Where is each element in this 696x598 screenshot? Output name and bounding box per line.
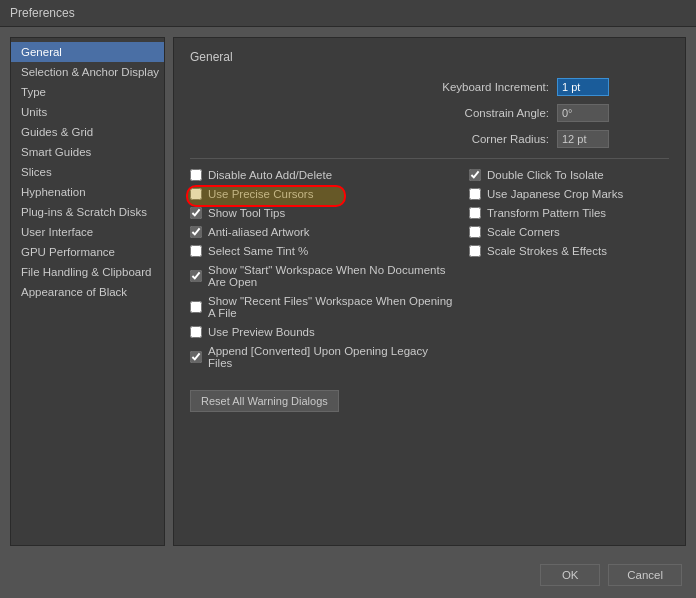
dialog: GeneralSelection & Anchor DisplayTypeUni… <box>0 27 696 596</box>
checkbox-label-anti-aliased: Anti-aliased Artwork <box>208 226 310 238</box>
sidebar-item-plugins[interactable]: Plug-ins & Scratch Disks <box>11 202 164 222</box>
checkboxes-left: Disable Auto Add/DeleteUse Precise Curso… <box>190 169 453 376</box>
section-title: General <box>190 50 669 64</box>
sidebar-item-hyphenation[interactable]: Hyphenation <box>11 182 164 202</box>
title-text: Preferences <box>10 6 75 20</box>
sidebar-item-slices[interactable]: Slices <box>11 162 164 182</box>
checkbox-row-scale-strokes: Scale Strokes & Effects <box>469 245 669 257</box>
sidebar-item-units[interactable]: Units <box>11 102 164 122</box>
checkbox-label-double-click: Double Click To Isolate <box>487 169 604 181</box>
dialog-footer: OK Cancel <box>0 556 696 596</box>
sidebar-item-type[interactable]: Type <box>11 82 164 102</box>
checkbox-label-scale-corners: Scale Corners <box>487 226 560 238</box>
cancel-button[interactable]: Cancel <box>608 564 682 586</box>
checkbox-double-click[interactable] <box>469 169 481 181</box>
corner-radius-label: Corner Radius: <box>472 133 549 145</box>
checkbox-row-anti-aliased: Anti-aliased Artwork <box>190 226 453 238</box>
checkbox-recent-files[interactable] <box>190 301 202 313</box>
checkbox-row-select-tint: Select Same Tint % <box>190 245 453 257</box>
sidebar-item-file-handling[interactable]: File Handling & Clipboard <box>11 262 164 282</box>
checkbox-row-double-click: Double Click To Isolate <box>469 169 669 181</box>
checkbox-row-preview-bounds: Use Preview Bounds <box>190 326 453 338</box>
checkbox-row-recent-files: Show "Recent Files" Workspace When Openi… <box>190 295 453 319</box>
constrain-angle-input[interactable] <box>557 104 609 122</box>
sidebar-item-general[interactable]: General <box>11 42 164 62</box>
checkbox-transform-pattern[interactable] <box>469 207 481 219</box>
checkbox-label-recent-files: Show "Recent Files" Workspace When Openi… <box>208 295 453 319</box>
main-content: General Keyboard Increment: Constrain An… <box>173 37 686 546</box>
checkbox-label-select-tint: Select Same Tint % <box>208 245 308 257</box>
checkbox-scale-strokes[interactable] <box>469 245 481 257</box>
checkbox-label-preview-bounds: Use Preview Bounds <box>208 326 315 338</box>
checkbox-append-converted[interactable] <box>190 351 202 363</box>
checkbox-label-show-tooltips: Show Tool Tips <box>208 207 285 219</box>
checkbox-label-start-workspace: Show "Start" Workspace When No Documents… <box>208 264 453 288</box>
sidebar-item-smart-guides[interactable]: Smart Guides <box>11 142 164 162</box>
checkbox-label-disable-auto: Disable Auto Add/Delete <box>208 169 332 181</box>
checkbox-row-show-tooltips: Show Tool Tips <box>190 207 453 219</box>
checkbox-scale-corners[interactable] <box>469 226 481 238</box>
checkbox-row-precise-cursors: Use Precise Cursors <box>190 188 453 200</box>
title-bar: Preferences <box>0 0 696 27</box>
checkbox-disable-auto[interactable] <box>190 169 202 181</box>
checkbox-row-start-workspace: Show "Start" Workspace When No Documents… <box>190 264 453 288</box>
checkbox-precise-cursors[interactable] <box>190 188 202 200</box>
checkbox-label-precise-cursors: Use Precise Cursors <box>208 188 313 200</box>
checkboxes-right: Double Click To IsolateUse Japanese Crop… <box>469 169 669 376</box>
sidebar-item-guides-grid[interactable]: Guides & Grid <box>11 122 164 142</box>
checkbox-anti-aliased[interactable] <box>190 226 202 238</box>
checkbox-row-disable-auto: Disable Auto Add/Delete <box>190 169 453 181</box>
checkbox-label-japanese-crop: Use Japanese Crop Marks <box>487 188 623 200</box>
sidebar-item-appearance[interactable]: Appearance of Black <box>11 282 164 302</box>
keyboard-increment-input[interactable] <box>557 78 609 96</box>
corner-radius-input[interactable] <box>557 130 609 148</box>
checkbox-row-japanese-crop: Use Japanese Crop Marks <box>469 188 669 200</box>
checkbox-row-append-converted: Append [Converted] Upon Opening Legacy F… <box>190 345 453 369</box>
checkbox-row-scale-corners: Scale Corners <box>469 226 669 238</box>
ok-button[interactable]: OK <box>540 564 600 586</box>
sidebar-item-selection-anchor[interactable]: Selection & Anchor Display <box>11 62 164 82</box>
checkbox-start-workspace[interactable] <box>190 270 202 282</box>
sidebar: GeneralSelection & Anchor DisplayTypeUni… <box>10 37 165 546</box>
sidebar-item-user-interface[interactable]: User Interface <box>11 222 164 242</box>
checkbox-show-tooltips[interactable] <box>190 207 202 219</box>
checkbox-label-transform-pattern: Transform Pattern Tiles <box>487 207 606 219</box>
checkbox-preview-bounds[interactable] <box>190 326 202 338</box>
keyboard-increment-label: Keyboard Increment: <box>442 81 549 93</box>
checkbox-select-tint[interactable] <box>190 245 202 257</box>
checkbox-japanese-crop[interactable] <box>469 188 481 200</box>
checkbox-row-transform-pattern: Transform Pattern Tiles <box>469 207 669 219</box>
constrain-angle-label: Constrain Angle: <box>465 107 549 119</box>
checkbox-label-scale-strokes: Scale Strokes & Effects <box>487 245 607 257</box>
sidebar-item-gpu-performance[interactable]: GPU Performance <box>11 242 164 262</box>
checkbox-label-append-converted: Append [Converted] Upon Opening Legacy F… <box>208 345 453 369</box>
reset-warnings-button[interactable]: Reset All Warning Dialogs <box>190 390 339 412</box>
